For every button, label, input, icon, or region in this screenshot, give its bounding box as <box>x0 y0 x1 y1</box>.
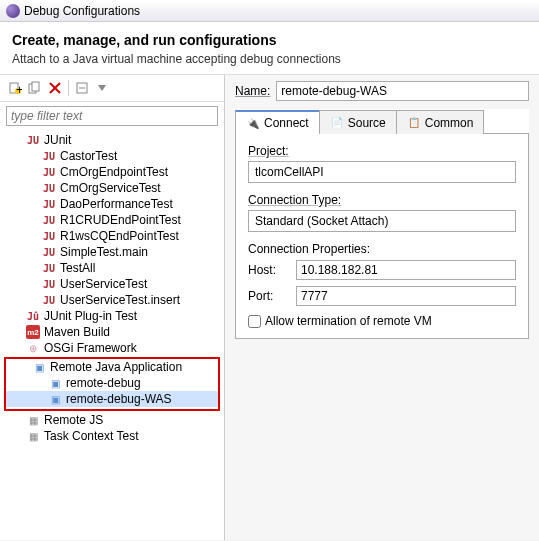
project-label: Project: <box>248 144 516 158</box>
tree-node-osgi[interactable]: ⊕OSGi Framework <box>0 340 224 356</box>
junit-icon: JU <box>42 165 56 179</box>
connection-type-select[interactable]: Standard (Socket Attach) <box>248 210 516 232</box>
junit-icon: JU <box>42 245 56 259</box>
tree-node[interactable]: JUTestAll <box>0 260 224 276</box>
junit-plugin-icon: Jû <box>26 309 40 323</box>
maven-icon: m2 <box>26 325 40 339</box>
port-input[interactable] <box>296 286 516 306</box>
tree-node-junit-plugin[interactable]: JûJUnit Plug-in Test <box>0 308 224 324</box>
junit-icon: JU <box>42 261 56 275</box>
junit-icon: JU <box>42 229 56 243</box>
name-label: Name: <box>235 84 270 98</box>
remote-java-leaf-icon: ▣ <box>48 376 62 390</box>
new-config-button[interactable]: + <box>6 79 24 97</box>
titlebar: Debug Configurations <box>0 0 539 22</box>
host-label: Host: <box>248 263 288 277</box>
remote-java-leaf-icon: ▣ <box>48 392 62 406</box>
tree-node[interactable]: JUUserServiceTest <box>0 276 224 292</box>
junit-icon: JU <box>42 197 56 211</box>
config-tree[interactable]: JUJUnit JUCastorTest JUCmOrgEndpointTest… <box>0 130 224 540</box>
tree-node[interactable]: JUCmOrgServiceTest <box>0 180 224 196</box>
remote-js-icon: ▦ <box>26 413 40 427</box>
tree-node-maven[interactable]: m2Maven Build <box>0 324 224 340</box>
tab-body: Project: tlcomCellAPI Connection Type: S… <box>235 134 529 339</box>
junit-icon: JU <box>26 133 40 147</box>
eclipse-icon <box>6 4 20 18</box>
tree-node[interactable]: JUSimpleTest.main <box>0 244 224 260</box>
tree-node-remote-debug-was[interactable]: ▣remote-debug-WAS <box>6 391 218 407</box>
tab-common[interactable]: 📋Common <box>396 110 485 134</box>
connection-type-label: Connection Type: <box>248 193 516 207</box>
right-panel: Name: 🔌Connect 📄Source 📋Common Project: … <box>225 75 539 540</box>
tree-node-remote-debug[interactable]: ▣remote-debug <box>6 375 218 391</box>
common-icon: 📋 <box>407 116 421 130</box>
svg-text:+: + <box>16 83 22 95</box>
tree-node[interactable]: JUR1CRUDEndPointTest <box>0 212 224 228</box>
collapse-button[interactable] <box>73 79 91 97</box>
tab-bar: 🔌Connect 📄Source 📋Common <box>235 109 529 134</box>
allow-termination-label: Allow termination of remote VM <box>265 314 432 328</box>
left-panel: + JUJUnit JUCastorTest JUCmOrgEndpointTe… <box>0 75 225 540</box>
junit-icon: JU <box>42 293 56 307</box>
junit-icon: JU <box>42 277 56 291</box>
junit-icon: JU <box>42 213 56 227</box>
separator <box>68 80 69 96</box>
delete-config-button[interactable] <box>46 79 64 97</box>
header: Create, manage, and run configurations A… <box>0 22 539 75</box>
tree-node[interactable]: JUCastorTest <box>0 148 224 164</box>
remote-java-icon: ▣ <box>32 360 46 374</box>
connect-icon: 🔌 <box>246 116 260 130</box>
junit-icon: JU <box>42 149 56 163</box>
tab-source[interactable]: 📄Source <box>319 110 397 134</box>
tree-node[interactable]: JUR1wsCQEndPointTest <box>0 228 224 244</box>
junit-icon: JU <box>42 181 56 195</box>
host-input[interactable] <box>296 260 516 280</box>
tree-node-remote-java[interactable]: ▣Remote Java Application <box>6 359 218 375</box>
port-label: Port: <box>248 289 288 303</box>
connection-properties-label: Connection Properties: <box>248 242 516 256</box>
tree-toolbar: + <box>0 75 224 102</box>
osgi-icon: ⊕ <box>26 341 40 355</box>
task-context-icon: ▦ <box>26 429 40 443</box>
name-input[interactable] <box>276 81 529 101</box>
window-title: Debug Configurations <box>24 4 140 18</box>
tree-node-remote-js[interactable]: ▦Remote JS <box>0 412 224 428</box>
highlight-annotation: ▣Remote Java Application ▣remote-debug ▣… <box>4 357 220 411</box>
tree-node[interactable]: JUCmOrgEndpointTest <box>0 164 224 180</box>
allow-termination-checkbox[interactable] <box>248 315 261 328</box>
tree-node-junit[interactable]: JUJUnit <box>0 132 224 148</box>
tab-connect[interactable]: 🔌Connect <box>235 110 320 134</box>
svg-rect-4 <box>32 82 39 91</box>
tree-node[interactable]: JUDaoPerformanceTest <box>0 196 224 212</box>
source-icon: 📄 <box>330 116 344 130</box>
filter-input[interactable] <box>6 106 218 126</box>
duplicate-config-button[interactable] <box>26 79 44 97</box>
tree-node-task-context[interactable]: ▦Task Context Test <box>0 428 224 444</box>
project-input[interactable]: tlcomCellAPI <box>248 161 516 183</box>
tree-node[interactable]: JUUserServiceTest.insert <box>0 292 224 308</box>
page-title: Create, manage, and run configurations <box>12 32 527 48</box>
expand-button[interactable] <box>93 79 111 97</box>
filter-box <box>6 106 218 126</box>
page-subtitle: Attach to a Java virtual machine accepti… <box>12 52 527 66</box>
